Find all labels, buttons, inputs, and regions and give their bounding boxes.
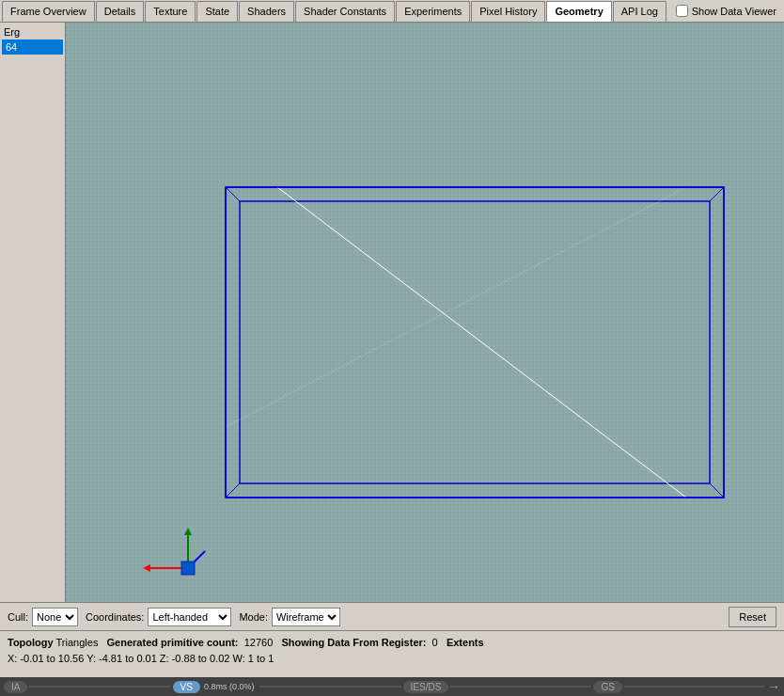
tab-bar: Frame Overview Details Texture State Sha…: [0, 0, 784, 23]
tab-geometry[interactable]: Geometry: [546, 1, 611, 22]
controls-bar: Cull: None Front Back Coordinates: Left-…: [0, 602, 784, 630]
reset-button[interactable]: Reset: [729, 607, 776, 627]
coordinates-group: Coordinates: Left-handed Right-handed: [86, 608, 231, 626]
svg-marker-1: [240, 201, 710, 483]
pipeline-connector-1: [29, 686, 170, 688]
geometry-viewport[interactable]: [66, 23, 784, 602]
pipeline-vs: VS: [173, 680, 200, 693]
svg-marker-0: [226, 187, 724, 498]
info-bar: Topology Triangles Generated primitive c…: [0, 630, 784, 677]
tab-details[interactable]: Details: [96, 1, 145, 22]
pipeline-iesds: IES/DS: [403, 680, 449, 693]
topology-val: Triangles: [56, 637, 99, 648]
sidebar: Erg 64: [0, 23, 66, 602]
tab-experiments[interactable]: Experiments: [396, 1, 470, 22]
tab-pixel-history[interactable]: Pixel History: [471, 1, 545, 22]
show-data-viewer-checkbox[interactable]: [676, 5, 688, 17]
pipeline-connector-2: [259, 686, 400, 688]
register-label: Showing Data From Register:: [281, 637, 426, 648]
cull-select[interactable]: None Front Back: [32, 608, 78, 626]
sidebar-item-64[interactable]: 64: [2, 40, 63, 55]
extents-value: X: -0.01 to 10.56 Y: -4.81 to 0.01 Z: -0…: [8, 653, 274, 664]
tab-state[interactable]: State: [196, 1, 238, 22]
svg-line-9: [710, 187, 724, 201]
coordinates-label: Coordinates:: [86, 611, 144, 623]
topology-label: Topology: [8, 637, 54, 648]
iesds-stage-box: IES/DS: [403, 681, 449, 693]
ia-stage-box: IA: [4, 681, 27, 693]
gs-stage-box: GS: [593, 681, 621, 693]
tab-frame-overview[interactable]: Frame Overview: [2, 1, 95, 22]
pipeline-end-arrow: →: [767, 679, 780, 694]
data-viewer-option: Show Data Viewer: [676, 5, 784, 17]
pipeline-gs: GS: [593, 680, 621, 693]
vs-stage-box: VS: [173, 681, 200, 693]
svg-marker-15: [184, 528, 192, 535]
extents-label: Extents: [447, 637, 484, 648]
pipeline-connector-4: [624, 686, 765, 688]
primitive-count-label: Generated primitive count:: [107, 637, 239, 648]
show-data-viewer-label: Show Data Viewer: [692, 6, 776, 17]
info-line-1: Topology Triangles Generated primitive c…: [8, 635, 776, 651]
cull-label: Cull:: [8, 611, 28, 623]
pipeline-ia: IA: [4, 680, 27, 693]
mode-group: Mode: Wireframe Solid Textured: [239, 608, 340, 626]
tab-shaders[interactable]: Shaders: [239, 1, 294, 22]
pipeline-connector-3: [450, 686, 591, 688]
sidebar-header: Erg: [2, 24, 63, 40]
svg-line-10: [710, 483, 724, 498]
tab-shader-constants[interactable]: Shader Constants: [295, 1, 395, 22]
cull-group: Cull: None Front Back: [8, 608, 78, 626]
info-line-2: X: -0.01 to 10.56 Y: -4.81 to 0.01 Z: -0…: [8, 651, 776, 667]
svg-line-3: [226, 187, 686, 427]
main-content: Erg 64: [0, 23, 784, 602]
geometry-canvas: [66, 23, 784, 602]
primitive-count-value: 12760: [244, 637, 274, 648]
svg-marker-13: [143, 564, 150, 572]
svg-line-8: [226, 187, 240, 201]
coordinates-select[interactable]: Left-handed Right-handed: [148, 608, 231, 626]
tab-api-log[interactable]: API Log: [613, 1, 666, 22]
tab-texture[interactable]: Texture: [145, 1, 196, 22]
pipeline-bar: IA VS 0.8ms (0.0%) IES/DS GS →: [0, 677, 784, 696]
svg-rect-17: [181, 562, 195, 575]
svg-line-11: [226, 483, 240, 498]
register-value: 0: [432, 637, 438, 648]
mode-select[interactable]: Wireframe Solid Textured: [272, 608, 340, 626]
pipeline-timing: 0.8ms (0.0%): [200, 682, 259, 691]
mode-label: Mode:: [239, 611, 268, 623]
svg-line-2: [277, 187, 686, 498]
